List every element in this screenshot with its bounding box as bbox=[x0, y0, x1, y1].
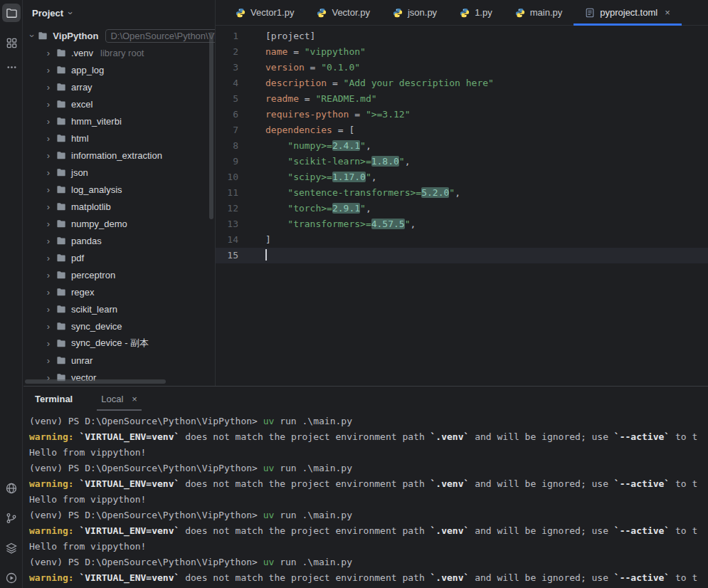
editor-line-15[interactable]: 15 bbox=[216, 248, 708, 263]
tree-item-.venv[interactable]: › .venvlibrary root bbox=[23, 44, 215, 61]
tree-item-pdf[interactable]: › pdf bbox=[23, 249, 215, 266]
tab-label: Vector.py bbox=[332, 7, 369, 18]
tree-item-regex[interactable]: › regex bbox=[23, 283, 215, 300]
tree-item-unrar[interactable]: › unrar bbox=[23, 352, 215, 369]
editor-line-5[interactable]: 5readme = "README.md" bbox=[216, 91, 708, 107]
project-root-path: D:\OpenSource\Python\Vi bbox=[105, 29, 215, 43]
project-tool-window-button[interactable] bbox=[2, 4, 21, 22]
tree-item-perceptron[interactable]: › perceptron bbox=[23, 266, 215, 283]
line-number: 10 bbox=[216, 169, 265, 185]
project-vertical-scrollbar[interactable] bbox=[209, 32, 213, 219]
chevron-right-icon: › bbox=[45, 83, 52, 92]
line-number: 12 bbox=[216, 201, 265, 216]
editor-line-14[interactable]: 14] bbox=[216, 232, 708, 248]
folder-icon bbox=[38, 31, 48, 41]
tree-item-pandas[interactable]: › pandas bbox=[23, 232, 215, 249]
tab-json.py[interactable]: json.py bbox=[381, 0, 448, 25]
chevron-right-icon: › bbox=[45, 339, 52, 348]
project-panel-header[interactable]: Project › bbox=[23, 0, 215, 26]
tree-item-sync_device_-_[interactable]: › sync_device - 副本 bbox=[23, 335, 215, 352]
tab-main.py[interactable]: main.py bbox=[504, 0, 574, 25]
terminal-line-prompt: (venv) PS D:\OpenSource\Python\VipPython… bbox=[29, 461, 708, 476]
endpoints-tool-window-button[interactable] bbox=[2, 479, 21, 498]
terminal-tab-local[interactable]: Local × bbox=[97, 387, 142, 411]
chevron-right-icon: › bbox=[45, 322, 52, 331]
tree-item-label: json bbox=[71, 167, 88, 178]
editor-line-10[interactable]: 10 "scipy>=1.17.0", bbox=[216, 169, 708, 185]
terminal-line-warning: warning: `VIRTUAL_ENV=venv` does not mat… bbox=[29, 523, 708, 539]
tree-item-label: scikit_learn bbox=[71, 304, 117, 315]
tree-item-excel[interactable]: › excel bbox=[23, 95, 215, 112]
tool-windows-grid-button[interactable] bbox=[2, 33, 21, 52]
run-icon bbox=[5, 572, 18, 584]
editor-line-9[interactable]: 9 "scikit-learn>=1.8.0", bbox=[216, 154, 708, 169]
tree-item-scikit_learn[interactable]: › scikit_learn bbox=[23, 300, 215, 317]
git-tool-window-button[interactable] bbox=[2, 509, 21, 527]
tree-item-json[interactable]: › json bbox=[23, 164, 215, 181]
folder-icon bbox=[56, 236, 67, 246]
code-line: name = "vippython" bbox=[265, 44, 708, 60]
editor-line-3[interactable]: 3version = "0.1.0" bbox=[216, 60, 708, 75]
close-icon[interactable]: × bbox=[665, 7, 670, 18]
folder-icon bbox=[56, 116, 67, 127]
tree-item-hmm_viterbi[interactable]: › hmm_viterbi bbox=[23, 112, 215, 130]
editor-line-8[interactable]: 8 "numpy>=2.4.1", bbox=[216, 138, 708, 154]
tree-item-annotation: library root bbox=[100, 48, 144, 58]
editor-line-1[interactable]: 1[project] bbox=[216, 28, 708, 44]
tree-item-information_extraction[interactable]: › information_extraction bbox=[23, 147, 215, 164]
line-number: 8 bbox=[216, 138, 265, 154]
line-number: 11 bbox=[216, 185, 265, 201]
tab-Vector.py[interactable]: Vector.py bbox=[305, 0, 381, 25]
close-icon[interactable]: × bbox=[132, 394, 137, 404]
tree-root-vippython[interactable]: › VipPython D:\OpenSource\Python\Vi bbox=[23, 27, 215, 44]
python-file-icon bbox=[393, 8, 403, 18]
chevron-right-icon: › bbox=[45, 65, 52, 75]
tab-pyproject.toml[interactable]: pyproject.toml× bbox=[574, 0, 682, 25]
chevron-right-icon: › bbox=[45, 236, 52, 246]
editor-line-4[interactable]: 4description = "Add your description her… bbox=[216, 75, 708, 91]
chevron-right-icon: › bbox=[45, 185, 52, 194]
services-tool-window-button[interactable] bbox=[2, 539, 21, 557]
code-line: "scipy>=1.17.0", bbox=[265, 169, 708, 185]
ide-window: Project › › VipPython D:\OpenSource\Pyth… bbox=[0, 0, 708, 588]
run-tool-window-button[interactable] bbox=[2, 569, 21, 587]
tab-1.py[interactable]: 1.py bbox=[448, 0, 504, 25]
main-area: Project › › VipPython D:\OpenSource\Pyth… bbox=[23, 0, 708, 386]
editor-line-2[interactable]: 2name = "vippython" bbox=[216, 44, 708, 60]
folder-icon bbox=[56, 338, 67, 349]
tab-Vector1.py[interactable]: Vector1.py bbox=[224, 0, 305, 25]
grid-icon bbox=[6, 37, 18, 49]
folder-icon bbox=[56, 82, 67, 93]
editor-line-7[interactable]: 7dependencies = [ bbox=[216, 122, 708, 138]
project-horizontal-scrollbar[interactable] bbox=[25, 379, 166, 384]
chevron-right-icon: › bbox=[45, 305, 52, 314]
tree-item-sync_device[interactable]: › sync_device bbox=[23, 317, 215, 335]
editor-line-6[interactable]: 6requires-python = ">=3.12" bbox=[216, 107, 708, 122]
tree-item-matplotlib[interactable]: › matplotlib bbox=[23, 198, 215, 215]
tree-item-numpy_demo[interactable]: › numpy_demo bbox=[23, 215, 215, 232]
line-number: 13 bbox=[216, 216, 265, 232]
chevron-right-icon: › bbox=[45, 271, 52, 280]
stripe-top-group bbox=[0, 4, 23, 76]
tab-label: 1.py bbox=[475, 7, 492, 18]
terminal-line-hello: Hello from vippython! bbox=[29, 492, 708, 508]
terminal-output[interactable]: (venv) PS D:\OpenSource\Python\VipPython… bbox=[23, 411, 708, 586]
tree-item-log_analysis[interactable]: › log_analysis bbox=[23, 181, 215, 198]
terminal-line-warning: warning: `VIRTUAL_ENV=venv` does not mat… bbox=[29, 476, 708, 492]
chevron-right-icon: › bbox=[45, 219, 52, 229]
folder-icon bbox=[56, 253, 67, 263]
folder-icon bbox=[56, 304, 67, 315]
tree-item-app_log[interactable]: › app_log bbox=[23, 61, 215, 78]
editor[interactable]: 1[project]2name = "vippython"3version = … bbox=[216, 26, 708, 386]
more-tool-windows-button[interactable] bbox=[2, 58, 21, 76]
chevron-right-icon: › bbox=[45, 288, 52, 297]
editor-line-11[interactable]: 11 "sentence-transformers>=5.2.0", bbox=[216, 185, 708, 201]
chevron-down-icon: › bbox=[28, 34, 37, 37]
folder-icon bbox=[56, 150, 67, 161]
editor-line-13[interactable]: 13 "transformers>=4.57.5", bbox=[216, 216, 708, 232]
editor-line-12[interactable]: 12 "torch>=2.9.1", bbox=[216, 201, 708, 216]
tree-item-array[interactable]: › array bbox=[23, 78, 215, 95]
folder-icon bbox=[56, 133, 67, 144]
tree-item-html[interactable]: › html bbox=[23, 130, 215, 147]
project-root-name: VipPython bbox=[53, 31, 98, 41]
